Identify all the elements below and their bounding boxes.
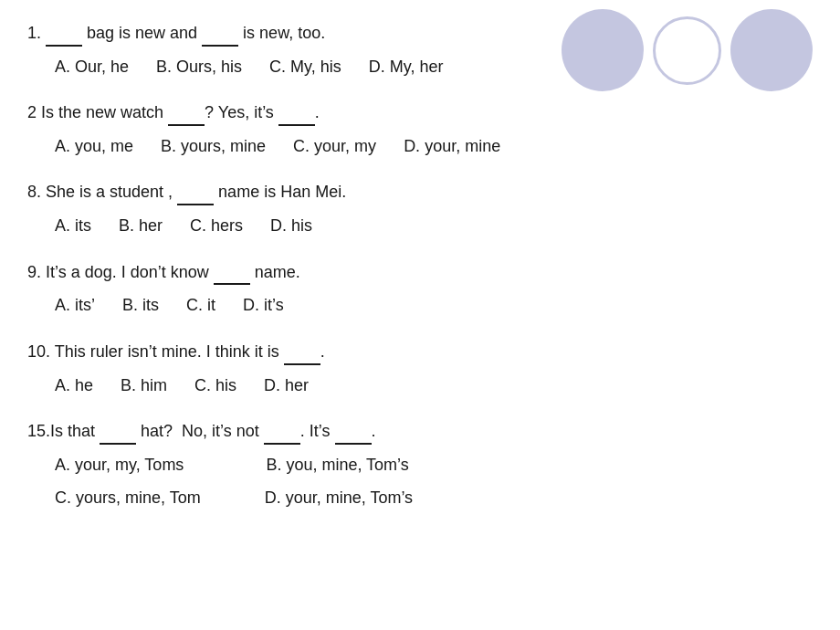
option-15-c: C. yours, mine, Tom	[55, 483, 201, 512]
option-2-b: B. yours, mine	[161, 131, 266, 161]
question-8: 8. She is a student , name is Han Mei. A…	[27, 177, 813, 240]
blank-1-2	[202, 18, 238, 47]
option-8-d: D. his	[270, 211, 312, 240]
option-8-c: C. hers	[190, 211, 243, 240]
question-2-options: A. you, me B. yours, mine C. your, my D.…	[27, 131, 813, 161]
circle-3	[730, 9, 813, 91]
option-9-d: D. it’s	[243, 290, 284, 320]
option-15-a: A. your, my, Toms	[55, 450, 184, 479]
question-9: 9. It’s a dog. I don’t know name. A. its…	[27, 257, 813, 320]
question-10-options: A. he B. him C. his D. her	[27, 371, 813, 400]
blank-8-1	[177, 177, 214, 205]
blank-15-2	[264, 416, 300, 445]
option-8-b: B. her	[119, 211, 163, 240]
question-15-options-row1: A. your, my, Toms B. you, mine, Tom’s	[55, 450, 813, 479]
blank-15-1	[100, 416, 136, 445]
quiz-container: 1. bag is new and is new, too. A. Our, h…	[27, 18, 813, 513]
question-10: 10. This ruler isn’t mine. I think it is…	[27, 337, 813, 400]
circle-1	[562, 9, 644, 91]
option-2-c: C. your, my	[293, 131, 376, 161]
question-8-text: 8. She is a student , name is Han Mei.	[27, 177, 813, 205]
option-2-d: D. your, mine	[404, 131, 500, 161]
question-2: 2 Is the new watch ? Yes, it’s . A. you,…	[27, 98, 813, 161]
option-9-c: C. it	[186, 290, 215, 320]
option-10-c: C. his	[194, 371, 236, 400]
circle-2	[653, 16, 721, 85]
option-1-a: A. Our, he	[55, 52, 129, 81]
blank-1-1	[46, 18, 82, 47]
blank-2-1	[168, 98, 205, 126]
blank-10-1	[284, 337, 320, 365]
question-2-text: 2 Is the new watch ? Yes, it’s .	[27, 98, 813, 126]
option-9-b: B. its	[122, 290, 159, 320]
option-15-d: D. your, mine, Tom’s	[265, 483, 413, 512]
question-15-text: 15.Is that hat? No, it’s not . It’s .	[27, 416, 813, 445]
blank-15-3	[335, 416, 372, 445]
question-9-text: 9. It’s a dog. I don’t know name.	[27, 257, 813, 286]
option-10-b: B. him	[121, 371, 167, 400]
question-9-options: A. its’ B. its C. it D. it’s	[27, 290, 813, 320]
option-1-d: D. My, her	[369, 52, 444, 81]
option-15-b: B. you, mine, Tom’s	[266, 450, 408, 479]
question-15: 15.Is that hat? No, it’s not . It’s . A.…	[27, 416, 813, 513]
question-15-options: A. your, my, Toms B. you, mine, Tom’s C.…	[27, 450, 813, 513]
option-10-d: D. her	[264, 371, 309, 400]
decorative-circles	[562, 9, 813, 91]
option-9-a: A. its’	[55, 290, 95, 320]
blank-2-2	[278, 98, 315, 126]
option-1-c: C. My, his	[269, 52, 341, 81]
question-15-options-row2: C. yours, mine, Tom D. your, mine, Tom’s	[55, 483, 813, 512]
option-2-a: A. you, me	[55, 131, 133, 161]
question-8-options: A. its B. her C. hers D. his	[27, 211, 813, 240]
option-1-b: B. Ours, his	[156, 52, 242, 81]
option-10-a: A. he	[55, 371, 93, 400]
option-8-a: A. its	[55, 211, 91, 240]
question-10-text: 10. This ruler isn’t mine. I think it is…	[27, 337, 813, 365]
blank-9-1	[214, 257, 250, 286]
